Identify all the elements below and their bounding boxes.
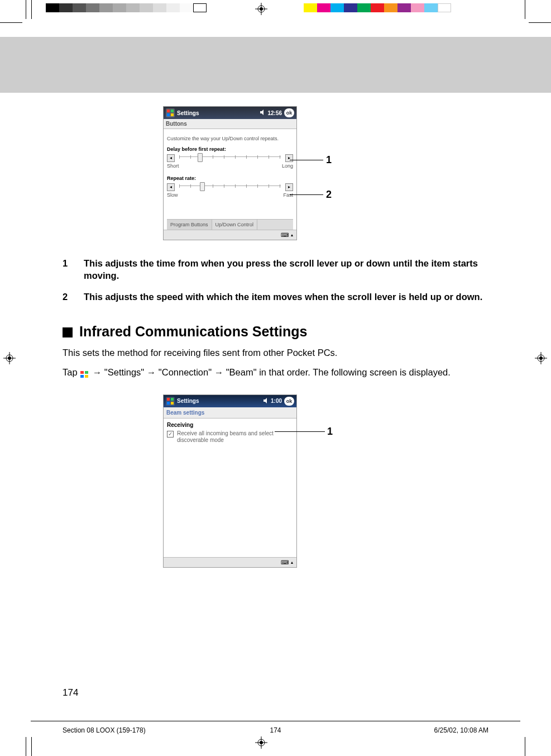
titlebar-time: 12:56: [267, 110, 282, 116]
arrow-right-icon[interactable]: ▸: [285, 154, 293, 162]
arrow-right-icon[interactable]: ▸: [285, 183, 293, 191]
print-calibration-strip: [0, 0, 551, 17]
receive-beams-label: Receive all incoming beams and select di…: [177, 430, 293, 444]
svg-rect-26: [171, 398, 174, 401]
slider1-label: Delay before first repeat:: [167, 146, 293, 152]
titlebar-title: Settings: [177, 110, 260, 116]
registration-mark-icon: [255, 736, 267, 749]
callout-1: 1: [326, 154, 332, 166]
svg-rect-17: [171, 110, 174, 112]
speaker-icon: [260, 110, 266, 116]
registration-mark-icon: [535, 352, 547, 364]
svg-rect-23: [80, 375, 84, 378]
windows-start-icon: [80, 369, 90, 377]
slider1-right-label: Long: [282, 163, 293, 169]
footer-right: 6/25/02, 10:08 AM: [434, 726, 488, 734]
section-title: Infrared Communications Settings: [79, 324, 307, 340]
panel-heading: Beam settings: [164, 407, 296, 419]
body-p1: This sets the method for receiving files…: [63, 346, 492, 359]
body-p2: Tap → "Settings" → "Connection" → "Beam"…: [63, 366, 492, 379]
svg-rect-27: [167, 402, 170, 405]
panel-description: Customize the way your Up/Down control r…: [167, 136, 293, 142]
svg-rect-21: [80, 371, 84, 374]
svg-rect-28: [171, 402, 174, 405]
tab-updown-control[interactable]: Up/Down Control: [212, 220, 258, 230]
receiving-label: Receiving: [167, 422, 293, 428]
explanation-2: 2 This adjusts the speed with which the …: [63, 291, 492, 303]
slider-delay[interactable]: ◂ ▸: [167, 154, 293, 162]
callout-2: 2: [326, 189, 332, 201]
slider-repeat-rate[interactable]: ◂ ▸: [167, 183, 293, 191]
footer: Section 08 LOOX (159-178) 174 6/25/02, 1…: [63, 726, 488, 734]
receive-beams-checkbox[interactable]: ✓: [167, 431, 174, 438]
caret-up-icon[interactable]: ▴: [291, 560, 293, 565]
footer-left: Section 08 LOOX (159-178): [63, 726, 146, 734]
keyboard-icon[interactable]: ⌨: [281, 559, 289, 565]
explanation-1: 1 This adjusts the time from when you pr…: [63, 257, 492, 282]
slider2-left-label: Slow: [167, 192, 178, 198]
svg-rect-18: [167, 113, 170, 116]
ok-button[interactable]: ok: [284, 108, 294, 117]
svg-marker-29: [263, 398, 267, 403]
svg-rect-16: [167, 110, 170, 112]
section-heading: Infrared Communications Settings: [63, 324, 492, 340]
screenshot-buttons-settings: Settings 12:56 ok Buttons Customize the …: [163, 106, 297, 240]
registration-mark-icon: [3, 352, 16, 364]
titlebar-title: Settings: [177, 398, 263, 404]
svg-rect-25: [167, 398, 170, 401]
svg-rect-19: [171, 113, 174, 116]
slider1-left-label: Short: [167, 163, 179, 169]
square-bullet-icon: [63, 327, 73, 337]
page-number: 174: [63, 687, 78, 698]
windows-logo-icon: [166, 108, 175, 117]
slider2-label: Repeat rate:: [167, 175, 293, 181]
footer-separator: [31, 721, 520, 721]
arrow-left-icon[interactable]: ◂: [167, 183, 175, 191]
callout-1: 1: [327, 426, 333, 438]
ok-button[interactable]: ok: [284, 397, 294, 406]
caret-up-icon[interactable]: ▴: [291, 232, 293, 237]
speaker-icon: [263, 398, 269, 405]
windows-logo-icon: [166, 397, 175, 406]
tab-program-buttons[interactable]: Program Buttons: [167, 220, 212, 230]
arrow-left-icon[interactable]: ◂: [167, 154, 175, 162]
titlebar-time: 1:00: [271, 398, 282, 404]
screenshot-beam-settings: Settings 1:00 ok Beam settings Receiving…: [163, 394, 297, 568]
svg-rect-24: [85, 375, 88, 378]
header-grey-band: [0, 37, 551, 93]
svg-marker-20: [260, 110, 263, 115]
footer-mid: 174: [270, 726, 281, 734]
svg-rect-22: [85, 371, 88, 374]
registration-mark-icon: [255, 3, 267, 15]
keyboard-icon[interactable]: ⌨: [281, 232, 289, 238]
panel-heading: Buttons: [164, 119, 296, 129]
